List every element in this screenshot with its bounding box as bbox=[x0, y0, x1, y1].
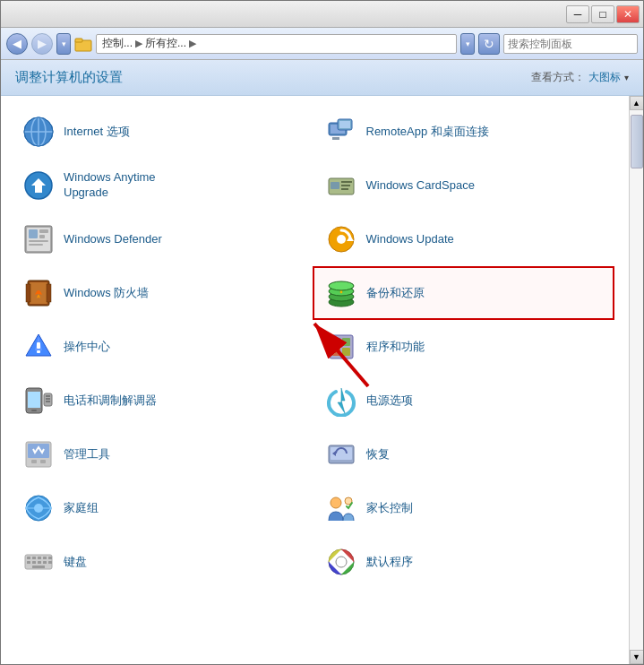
item-label: 管理工具 bbox=[64, 447, 110, 462]
view-selector: 查看方式： 大图标 ▾ bbox=[531, 70, 629, 85]
programs-icon bbox=[323, 329, 359, 365]
svg-rect-42 bbox=[332, 338, 340, 346]
backup-icon bbox=[323, 275, 359, 311]
parental-icon bbox=[323, 490, 359, 526]
phone-icon bbox=[21, 383, 56, 419]
svg-rect-22 bbox=[39, 229, 48, 233]
list-item[interactable]: Windows Defender bbox=[10, 212, 313, 266]
svg-rect-68 bbox=[38, 557, 41, 559]
page-title: 调整计算机的设置 bbox=[15, 69, 123, 86]
svg-rect-55 bbox=[31, 460, 37, 463]
svg-rect-45 bbox=[342, 348, 350, 356]
defender-icon bbox=[21, 221, 56, 257]
search-input[interactable] bbox=[508, 38, 642, 50]
update-icon bbox=[323, 221, 359, 257]
svg-rect-73 bbox=[43, 561, 47, 564]
svg-rect-32 bbox=[47, 284, 51, 302]
list-item[interactable]: Windows CardSpace bbox=[313, 159, 615, 212]
remoteapp-icon bbox=[323, 114, 359, 150]
svg-rect-31 bbox=[26, 284, 30, 302]
svg-rect-1 bbox=[75, 39, 82, 42]
close-button[interactable]: ✕ bbox=[616, 5, 640, 23]
svg-point-63 bbox=[331, 497, 341, 508]
item-label: Windows CardSpace bbox=[366, 178, 475, 194]
list-item[interactable]: 恢复 bbox=[313, 428, 615, 481]
nav-dropdown-button[interactable]: ▾ bbox=[56, 33, 71, 55]
path-dropdown-button[interactable]: ▾ bbox=[460, 33, 475, 55]
scroll-up-button[interactable]: ▲ bbox=[630, 96, 644, 110]
forward-button[interactable]: ▶ bbox=[31, 33, 53, 55]
list-item[interactable]: 管理工具 bbox=[10, 428, 313, 481]
default-programs-icon bbox=[323, 544, 359, 580]
item-label: 恢复 bbox=[366, 447, 390, 462]
svg-rect-40 bbox=[37, 350, 40, 353]
folder-icon bbox=[74, 35, 92, 53]
path-segment-1: 控制... bbox=[102, 36, 133, 51]
path-end-arrow: ▶ bbox=[189, 38, 196, 49]
admin-icon bbox=[21, 436, 56, 472]
view-label: 查看方式： bbox=[531, 70, 585, 85]
keyboard-icon bbox=[21, 544, 56, 580]
svg-rect-72 bbox=[38, 561, 41, 564]
item-label: 家庭组 bbox=[64, 501, 99, 516]
list-item[interactable]: 电源选项 bbox=[313, 374, 615, 428]
cardspace-icon bbox=[323, 168, 359, 203]
back-button[interactable]: ◀ bbox=[6, 33, 28, 55]
homegroup-icon bbox=[21, 490, 56, 526]
list-item[interactable]: 键盘 bbox=[10, 535, 313, 589]
refresh-button[interactable]: ↻ bbox=[478, 33, 500, 55]
window-controls: ─ □ ✕ bbox=[566, 5, 640, 23]
list-item[interactable]: Windows 防火墙 bbox=[10, 266, 313, 320]
action-center-icon bbox=[21, 329, 56, 365]
list-item[interactable]: 默认程序 bbox=[313, 535, 615, 589]
list-item[interactable]: 程序和功能 bbox=[313, 320, 615, 374]
svg-rect-43 bbox=[342, 338, 350, 346]
list-item[interactable]: 家庭组 bbox=[10, 481, 313, 535]
scrollbar: ▲ ▼ bbox=[629, 96, 643, 664]
svg-rect-69 bbox=[43, 557, 47, 559]
svg-rect-70 bbox=[27, 561, 30, 564]
view-mode-button[interactable]: 大图标 bbox=[588, 70, 621, 85]
svg-rect-56 bbox=[40, 460, 46, 463]
recovery-icon bbox=[323, 436, 359, 472]
scroll-track[interactable] bbox=[630, 110, 644, 650]
item-label: Windows 防火墙 bbox=[64, 286, 149, 301]
body-area: Internet 选项 RemoteApp 和桌面连接 bbox=[1, 96, 643, 664]
address-bar: ◀ ▶ ▾ 控制... ▶ 所有控... ▶ ▾ ↻ 🔍 bbox=[1, 28, 643, 60]
address-path[interactable]: 控制... ▶ 所有控... ▶ bbox=[96, 34, 457, 54]
item-label: Windows AnytimeUpgrade bbox=[64, 170, 156, 201]
svg-rect-71 bbox=[32, 561, 36, 564]
svg-point-28 bbox=[337, 235, 346, 244]
item-label: 备份和还原 bbox=[366, 286, 425, 301]
list-item[interactable]: Windows AnytimeUpgrade bbox=[10, 159, 313, 212]
header-bar: 调整计算机的设置 查看方式： 大图标 ▾ bbox=[1, 60, 643, 96]
svg-rect-75 bbox=[48, 561, 52, 564]
list-item[interactable]: 操作中心 bbox=[10, 320, 313, 374]
svg-rect-50 bbox=[46, 395, 50, 397]
main-window: ─ □ ✕ ◀ ▶ ▾ 控制... ▶ 所有控... ▶ ▾ ↻ 🔍 调整计算机… bbox=[0, 0, 644, 665]
firewall-icon bbox=[21, 275, 56, 311]
list-item[interactable]: 电话和调制解调器 bbox=[10, 374, 313, 428]
scroll-thumb[interactable] bbox=[631, 115, 643, 168]
items-grid: Internet 选项 RemoteApp 和桌面连接 bbox=[10, 105, 614, 589]
item-label: 默认程序 bbox=[366, 555, 413, 570]
svg-rect-15 bbox=[331, 182, 339, 189]
svg-rect-66 bbox=[27, 557, 30, 559]
item-label: 键盘 bbox=[64, 555, 87, 570]
list-item[interactable]: 家长控制 bbox=[313, 481, 615, 535]
search-box[interactable]: 🔍 bbox=[503, 34, 638, 54]
list-item[interactable]: Windows Update bbox=[313, 212, 615, 266]
maximize-button[interactable]: □ bbox=[591, 5, 614, 23]
svg-rect-9 bbox=[332, 137, 339, 140]
svg-rect-51 bbox=[46, 398, 50, 400]
svg-rect-52 bbox=[46, 401, 50, 402]
view-dropdown-icon[interactable]: ▾ bbox=[624, 73, 629, 82]
minimize-button[interactable]: ─ bbox=[566, 5, 589, 23]
scroll-down-button[interactable]: ▼ bbox=[630, 650, 644, 664]
svg-rect-11 bbox=[339, 121, 350, 128]
list-item[interactable]: RemoteApp 和桌面连接 bbox=[313, 105, 615, 159]
anytime-icon bbox=[21, 168, 56, 203]
list-item[interactable]: Internet 选项 bbox=[10, 105, 313, 159]
backup-restore-item[interactable]: 备份和还原 bbox=[313, 266, 615, 320]
item-label: Windows Update bbox=[366, 232, 454, 247]
